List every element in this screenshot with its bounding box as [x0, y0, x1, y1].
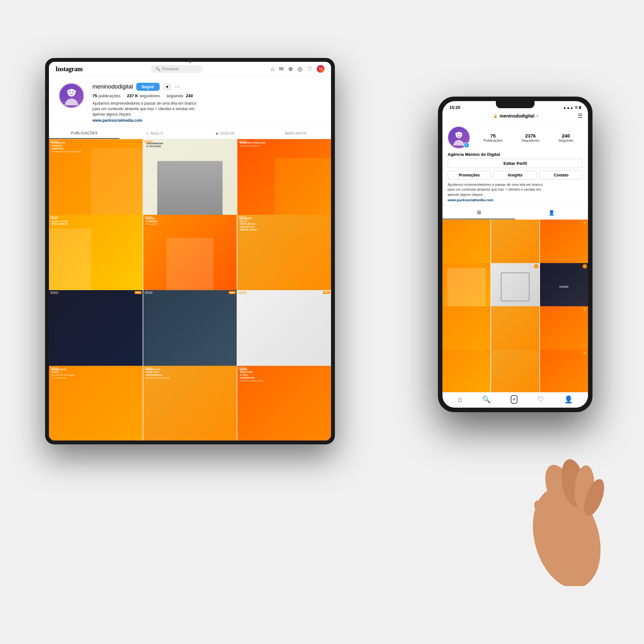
phone-stats: 75 Publicações 237k Seguidores 240 Segui… [474, 133, 583, 142]
phone-tab-tagged[interactable]: 👤 [515, 206, 588, 219]
table-row[interactable]: QUERRENOVARO SEUAMBIENTE?Aqui é o lugar … [237, 366, 331, 440]
more-button[interactable]: ··· [175, 83, 180, 90]
battery-icon: ▮ [579, 105, 581, 109]
status-time: 15:20 [450, 105, 460, 110]
phone-header: 🔒 meninododigital ∨ ☰ [442, 111, 588, 122]
svg-point-11 [539, 461, 581, 518]
tablet-camera [189, 60, 191, 62]
search-icon: 🔍 [156, 67, 160, 71]
plus-badge[interactable]: + [464, 142, 469, 148]
search-bar[interactable]: 🔍 Pesquisar [151, 65, 203, 73]
phone-profile-section: + 75 Publicações 237k Seguidores 240 [442, 122, 588, 206]
insights-button[interactable]: Insights [494, 171, 537, 180]
add-icon[interactable]: ⊕ [288, 65, 293, 72]
tab-marcados[interactable]: MARCADOS [260, 128, 331, 139]
tablet-profile-section: meninododigital Seguir ▼ ··· 75 publicaç… [49, 76, 331, 128]
dropdown-button[interactable]: ▼ [163, 83, 172, 91]
phone-device: 15:20 ▲▲▲ ⊙ ▮ 🔒 meninododigital ∨ ☰ [438, 97, 592, 412]
list-item[interactable]: CASSO M [540, 263, 588, 311]
phone-profile-top: + 75 Publicações 237k Seguidores 240 [448, 126, 583, 149]
svg-point-0 [68, 89, 75, 97]
instagram-logo: Instagram [55, 65, 82, 73]
grid-icon: ⊞ [477, 209, 481, 215]
tab-marcados-label: MARCADOS [285, 131, 307, 135]
list-item[interactable]: JUNTOS!Seu sonho. M [491, 350, 539, 392]
phone-stat-seguidores: 237k Seguidores [522, 133, 540, 142]
heart-icon[interactable]: ♡ [307, 65, 312, 72]
lock-icon: 🔒 [493, 114, 498, 118]
scene: Instagram 🔍 Pesquisar ⌂ ✉ ⊕ ◎ ♡ M [32, 32, 612, 612]
list-item[interactable]: M [491, 263, 539, 311]
tablet-stats-row: 75 publicações 237 K seguidores seguindo… [92, 93, 321, 98]
edit-profile-button[interactable]: Editar Perfil [448, 159, 583, 168]
list-item[interactable]: QUALIDADEpara qualquer obra M [491, 306, 539, 354]
svg-point-10 [522, 480, 605, 586]
phone-notch [496, 101, 535, 108]
tablet-device: Instagram 🔍 Pesquisar ⌂ ✉ ⊕ ◎ ♡ M [45, 58, 335, 444]
phone-stat-seguindo: 240 Seguindo [558, 133, 573, 142]
wifi-icon: ⊙ [575, 105, 578, 109]
seguir-button[interactable]: Seguir [136, 83, 159, 91]
tablet-bio: Ajudamos empreendedores a passar de uma … [92, 101, 321, 117]
phone-tab-grid[interactable]: ⊞ [442, 206, 515, 219]
svg-point-12 [558, 457, 589, 509]
home-icon[interactable]: ⌂ [271, 66, 274, 72]
signal-icon: ▲▲▲ [563, 106, 573, 109]
svg-point-13 [573, 465, 596, 511]
tab-videos[interactable]: ▶ VÍDEOS [190, 128, 260, 139]
promocoes-button[interactable]: Promoções [448, 171, 491, 180]
messenger-icon[interactable]: ✉ [279, 65, 284, 72]
svg-point-5 [456, 132, 462, 138]
tablet-topbar-icons: ⌂ ✉ ⊕ ◎ ♡ M [271, 65, 325, 73]
status-icons: ▲▲▲ ⊙ ▮ [563, 105, 581, 110]
table-row[interactable]: PRODUTOSPARA SUASEGURANÇAna hora de cons… [143, 366, 237, 440]
phone-action-btns: Promoções Insights Contato [448, 171, 583, 180]
svg-point-1 [65, 99, 78, 105]
list-item[interactable]: COR NOVACasa nova M [442, 350, 490, 392]
tablet-topbar: Instagram 🔍 Pesquisar ⌂ ✉ ⊕ ◎ ♡ M [49, 62, 331, 76]
compass-icon[interactable]: ◎ [298, 65, 303, 72]
nav-heart-icon[interactable]: ♡ [537, 395, 544, 404]
svg-point-15 [530, 496, 568, 535]
tab-reels[interactable]: ▷ REELS [119, 128, 190, 139]
tablet-username: meninododigital [92, 83, 133, 90]
nav-search-icon[interactable]: 🔍 [482, 395, 491, 404]
stat-seguidores: 237 K seguidores [127, 93, 160, 98]
tab-videos-label: VÍDEOS [220, 131, 234, 135]
list-item[interactable]: QUER CONSTRUIRgastando pouco? M [442, 220, 490, 268]
profile-icon-tablet[interactable]: M [317, 65, 325, 73]
list-item[interactable]: MAISFACILIDADE M [540, 350, 588, 392]
stat-seguindo: seguindo 240 [166, 93, 193, 98]
tablet-tabs: PUBLICAÇÕES ▷ REELS ▶ VÍDEOS MARCADOS [49, 128, 331, 139]
tablet-screen: Instagram 🔍 Pesquisar ⌂ ✉ ⊕ ◎ ♡ M [49, 62, 331, 440]
svg-point-14 [580, 477, 605, 518]
nav-add-icon[interactable]: + [511, 395, 517, 404]
list-item[interactable]: CAIXAS DECORREIO? M [540, 306, 588, 354]
phone-username-row[interactable]: 🔒 meninododigital ∨ [493, 113, 538, 118]
phone-avatar: + [448, 126, 470, 149]
phone-username: meninododigital [499, 113, 534, 118]
phone-posts-grid: QUER CONSTRUIRgastando pouco? M SEMANA R… [442, 220, 588, 392]
contato-button[interactable]: Contato [539, 171, 583, 180]
search-placeholder: Pesquisar [162, 67, 179, 71]
hamburger-icon[interactable]: ☰ [578, 112, 583, 119]
person-icon: 👤 [548, 210, 555, 216]
list-item[interactable]: M [442, 263, 490, 311]
tablet-avatar [59, 83, 84, 109]
nav-profile-icon[interactable]: 👤 [564, 395, 573, 404]
svg-point-6 [453, 140, 464, 146]
tab-publicacoes[interactable]: PUBLICAÇÕES [49, 128, 119, 139]
table-row[interactable]: AJUDAMOSVOCÊna hora de reformarou constr… [49, 366, 143, 440]
chevron-down-icon: ∨ [536, 114, 538, 118]
phone-bio-link[interactable]: www.packsocialmedia.com [448, 198, 583, 202]
tablet-posts-grid: CONSULTENOSSASOFERTASe condições de paga… [49, 139, 331, 440]
tab-publicacoes-label: PUBLICAÇÕES [71, 131, 98, 135]
phone-bottom-nav: ⌂ 🔍 + ♡ 👤 [442, 392, 588, 408]
list-item[interactable]: TODOS OS TIPOSDE FERRAMENTAS M [540, 220, 588, 268]
list-item[interactable]: SEMANA RECHEADAde ofertas! M [491, 220, 539, 268]
nav-home-icon[interactable]: ⌂ [458, 395, 462, 404]
list-item[interactable]: O QUE NÃO PODEFALTAR? M [442, 306, 490, 354]
tablet-bio-link[interactable]: www.packsocialmedia.com [92, 118, 321, 123]
tab-reels-label: REELS [150, 131, 163, 135]
phone-screen: 15:20 ▲▲▲ ⊙ ▮ 🔒 meninododigital ∨ ☰ [442, 101, 588, 408]
